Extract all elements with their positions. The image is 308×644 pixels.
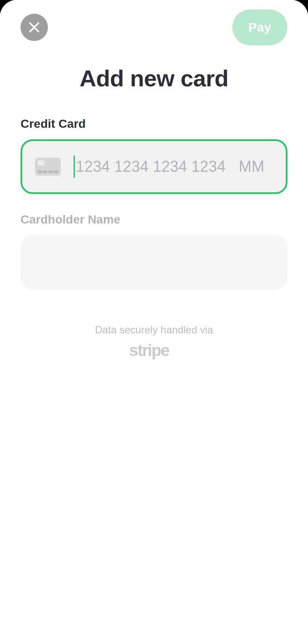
header: Pay <box>21 10 287 44</box>
cardholder-label: Cardholder Name <box>21 213 287 226</box>
secure-text: Data securely handled via <box>21 324 287 336</box>
pay-button-label: Pay <box>249 20 271 35</box>
card-expiry-input[interactable] <box>239 158 273 176</box>
credit-card-field: Credit Card <box>21 117 287 194</box>
card-icon <box>35 158 61 176</box>
stripe-logo: stripe <box>129 341 178 363</box>
close-icon <box>28 21 41 34</box>
page-title: Add new card <box>21 65 287 91</box>
card-input-container[interactable] <box>21 139 287 194</box>
cardholder-field: Cardholder Name <box>21 213 287 290</box>
cardholder-input-container[interactable] <box>21 235 287 290</box>
credit-card-label: Credit Card <box>21 117 287 131</box>
card-number-input[interactable] <box>75 158 239 176</box>
cardholder-name-input[interactable] <box>33 254 275 271</box>
close-button[interactable] <box>21 14 48 41</box>
device-corners <box>0 0 308 644</box>
svg-text:stripe: stripe <box>129 341 170 359</box>
security-footer: Data securely handled via stripe <box>21 324 287 363</box>
stripe-icon: stripe <box>129 341 178 362</box>
pay-button[interactable]: Pay <box>232 9 287 45</box>
add-card-screen: Pay Add new card Credit Card Cardholder … <box>0 0 308 644</box>
